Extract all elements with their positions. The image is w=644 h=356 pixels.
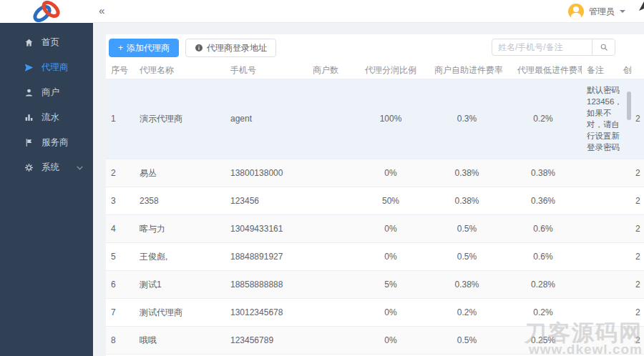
sidebar-item-label: 首页: [42, 36, 59, 49]
cell-merchants: [308, 187, 360, 214]
search-input[interactable]: [492, 39, 592, 55]
search-button[interactable]: [592, 39, 615, 55]
cell-share: 0%: [360, 242, 429, 270]
cell-name: 测试代理商: [135, 298, 225, 326]
cell-phone: 18848891927: [225, 242, 308, 270]
cell-created: 2: [620, 79, 644, 159]
cell-index: 6: [106, 270, 135, 298]
agent-login-url-label: 代理商登录地址: [207, 42, 267, 54]
sidebar-item-merchants[interactable]: 商户: [0, 80, 93, 105]
table-row: 2 易丛 13800138000 0% 0.38% 0.38% 2: [106, 159, 644, 187]
cell-created: 2: [620, 187, 644, 214]
cell-min-rate: 0.38%: [512, 159, 582, 187]
cell-phone: 13049433161: [225, 214, 308, 242]
cell-remark: [582, 326, 620, 354]
cell-share: 0%: [360, 298, 429, 326]
cell-created: 2: [620, 270, 644, 298]
cell-merchant-rate: 0.5%: [429, 242, 512, 270]
col-agent-name: 代理名称: [135, 63, 225, 79]
cell-phone: 13800138000: [225, 159, 308, 187]
chart-icon: [24, 113, 34, 122]
cell-phone: 18858888888: [225, 270, 308, 298]
cell-created: 2: [620, 242, 644, 270]
table-row: 6 测试1 18858888888 5% 0.38% 0.28% 2: [106, 270, 644, 298]
sidebar-item-label: 流水: [42, 112, 59, 124]
table-row: 3 2358 123456 50% 0.38% 0.36% 2: [106, 187, 644, 214]
cell-min-rate: 0.2%: [512, 79, 582, 159]
cell-merchants: [308, 298, 360, 326]
table-scrollbar-thumb[interactable]: [627, 92, 631, 120]
cell-name: 易丛: [135, 159, 225, 187]
cell-index: 4: [106, 214, 135, 242]
sidebar-item-providers[interactable]: 服务商: [0, 130, 93, 155]
cell-remark: [582, 270, 620, 298]
search-group: [492, 39, 615, 56]
user-avatar-icon: [568, 4, 584, 19]
cell-name: 2358: [135, 187, 225, 214]
cell-share: 5%: [360, 270, 429, 298]
agents-card: + 添加代理商 代理商登录地址: [106, 34, 644, 356]
sidebar-item-label: 服务商: [42, 137, 69, 149]
top-header-bar: « 管理员: [0, 0, 644, 23]
sidebar-item-agents[interactable]: 代理商: [0, 55, 93, 80]
sidebar-item-system[interactable]: 系统: [0, 155, 93, 180]
gear-icon: [24, 163, 34, 172]
cell-index: 2: [106, 159, 135, 187]
sidebar-item-label: 商户: [42, 86, 59, 99]
sidebar-item-home[interactable]: 首页: [0, 30, 93, 55]
sidebar: 首页 代理商 商户 流水 服务商: [0, 23, 93, 356]
add-agent-label: 添加代理商: [127, 42, 170, 54]
sidebar-item-label: 系统: [42, 162, 59, 174]
cell-created: 2: [620, 326, 644, 354]
cell-name: 哦哦: [135, 326, 225, 354]
toolbar: + 添加代理商 代理商登录地址: [106, 34, 644, 61]
cell-share: 0%: [360, 214, 429, 242]
cell-remark: 默认密码123456，如果不对，请自行设置新登录密码: [582, 79, 620, 159]
col-index: 序号: [106, 63, 135, 79]
col-phone: 手机号: [225, 63, 308, 79]
cell-share: 100%: [360, 79, 429, 159]
cell-merchant-rate: 0.2%: [429, 298, 512, 326]
info-icon: [195, 44, 203, 52]
col-share-ratio: 代理分润比例: [360, 63, 429, 79]
cell-merchant-rate: 0.3%: [429, 79, 512, 159]
plus-icon: +: [118, 43, 123, 53]
cell-merchants: [308, 270, 360, 298]
cell-name: 演示代理商: [135, 79, 225, 159]
cell-remark: [582, 187, 620, 214]
add-agent-button[interactable]: + 添加代理商: [109, 39, 179, 57]
cell-remark: [582, 214, 620, 242]
user-dropdown[interactable]: 管理员: [568, 3, 625, 20]
cell-phone: 13012345678: [225, 298, 308, 326]
sidebar-item-label: 代理商: [42, 61, 69, 74]
cell-merchant-rate: 0.38%: [429, 159, 512, 187]
cell-index: 7: [106, 298, 135, 326]
agent-login-url-button[interactable]: 代理商登录地址: [185, 39, 276, 57]
cell-share: 0%: [360, 326, 429, 354]
flag-icon: [24, 138, 34, 147]
sidebar-collapse-icon[interactable]: «: [99, 4, 103, 16]
col-remark: 备注: [582, 63, 620, 79]
cell-share: 0%: [360, 159, 429, 187]
main-content: + 添加代理商 代理商登录地址: [93, 23, 644, 356]
cell-merchants: [308, 326, 360, 354]
col-min-rate: 代理最低进件费率: [512, 63, 582, 79]
cell-min-rate: 0.36%: [512, 187, 582, 214]
cell-merchant-rate: 0.38%: [429, 270, 512, 298]
table-header-row: 序号 代理名称 手机号 商户数 代理分润比例 商户自助进件费率 代理最低进件费率…: [106, 63, 644, 79]
user-icon: [24, 88, 34, 97]
home-icon: [24, 38, 34, 47]
caret-down-icon: [620, 10, 625, 16]
cell-index: 3: [106, 187, 135, 214]
col-merchant-rate: 商户自助进件费率: [429, 63, 512, 79]
sidebar-item-transactions[interactable]: 流水: [0, 105, 93, 130]
heart-loops-logo-icon: [26, 1, 67, 22]
cell-remark: [582, 242, 620, 270]
cell-phone: 123456: [225, 187, 308, 214]
table-row: 4 喀与力 13049433161 0% 0.5% 0.6% 2: [106, 214, 644, 242]
cell-min-rate: 0.6%: [512, 214, 582, 242]
table-row: 5 王俊彪, 18848891927 0% 0.5% 0.6% 2: [106, 242, 644, 270]
cell-merchants: [308, 79, 360, 159]
cell-created: 2: [620, 298, 644, 326]
cell-merchants: [308, 159, 360, 187]
